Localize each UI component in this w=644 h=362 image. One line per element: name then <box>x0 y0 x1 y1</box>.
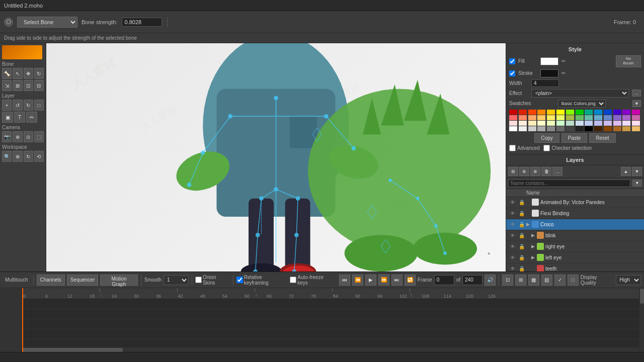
channels-btn[interactable]: Channels <box>37 275 65 286</box>
color-cell[interactable] <box>622 126 630 131</box>
color-cell[interactable] <box>632 110 640 115</box>
expand-icon[interactable]: ▶ <box>531 244 535 249</box>
color-cell[interactable] <box>528 110 536 115</box>
layer-row[interactable]: 👁 🔒 teeth <box>506 263 644 272</box>
camera-tool-2[interactable]: ⊕ <box>13 131 22 142</box>
layers-tool-2[interactable]: ⊕ <box>519 167 529 176</box>
advanced-checkbox[interactable] <box>509 145 516 151</box>
color-cell[interactable] <box>547 121 555 126</box>
width-input[interactable] <box>531 79 559 87</box>
color-cell[interactable] <box>576 115 584 120</box>
motion-graph-btn[interactable]: Motion Graph <box>100 275 137 286</box>
swatches-dropdown-btn[interactable]: ▼ <box>632 100 641 107</box>
tool-select-btn[interactable]: ⬡ <box>4 18 13 27</box>
color-cell[interactable] <box>556 110 565 115</box>
layer-lock-0[interactable]: 🔒 <box>517 198 526 207</box>
color-cell[interactable] <box>556 121 565 126</box>
layers-tool-delete[interactable]: 🗑 <box>541 167 551 176</box>
bone-add-tool[interactable]: 🦴 <box>2 68 12 79</box>
color-cell[interactable] <box>594 110 602 115</box>
layer-tool-6[interactable]: T <box>14 112 25 123</box>
workspace-tool-4[interactable]: ⟲ <box>34 151 44 162</box>
color-cell[interactable] <box>622 121 630 126</box>
color-cell[interactable] <box>509 115 517 120</box>
timeline-scrollbar-v[interactable] <box>639 288 644 352</box>
layer-row[interactable]: 👁 🔒 ▶ Croco <box>506 219 644 230</box>
timeline-scrollbar-h[interactable] <box>22 347 639 352</box>
reset-btn[interactable]: Reset <box>589 133 615 143</box>
frame-input[interactable] <box>434 275 454 285</box>
color-cell[interactable] <box>566 115 574 120</box>
play-forward-btn[interactable]: ⏩ <box>378 275 389 286</box>
layer-row[interactable]: 👁 🔒 ▶ left eye <box>506 252 644 263</box>
color-cell[interactable] <box>547 115 555 120</box>
bone-select-tool[interactable]: ↖ <box>13 68 22 79</box>
layer-visibility-1[interactable]: 👁 <box>508 209 517 218</box>
color-cell[interactable] <box>519 115 527 120</box>
view-check-btn[interactable]: ✓ <box>554 275 566 286</box>
layer-tool-1[interactable]: + <box>2 100 12 111</box>
color-cell[interactable] <box>613 126 621 131</box>
layer-tool-2[interactable]: ↺ <box>13 100 22 111</box>
color-cell[interactable] <box>519 121 527 126</box>
color-cell[interactable] <box>537 115 545 120</box>
layer-tool-5[interactable]: ▣ <box>2 112 13 123</box>
layer-lock-5[interactable]: 🔒 <box>517 253 526 262</box>
layer-lock-1[interactable]: 🔒 <box>517 209 526 218</box>
view-single-btn[interactable]: ⊡ <box>502 275 513 286</box>
canvas-area[interactable]: 人人素材 人人素材 人人素材 人人素材 人人素材 <box>46 43 506 272</box>
layers-tool-up[interactable]: ▲ <box>621 167 631 176</box>
color-cell[interactable] <box>613 110 621 115</box>
checker-checkbox-label[interactable]: Checker selection <box>543 145 591 151</box>
expand-icon[interactable]: ▶ <box>531 255 535 260</box>
layers-tool-4[interactable]: … <box>552 167 562 176</box>
fill-pencil-icon[interactable]: ✏ <box>561 58 566 64</box>
copy-btn[interactable]: Copy <box>534 133 559 143</box>
view-grid-btn[interactable]: ▦ <box>528 275 539 286</box>
layers-tool-1[interactable]: ⊞ <box>508 167 518 176</box>
layer-visibility-0[interactable]: 👁 <box>508 198 517 207</box>
display-quality-select[interactable]: High Med Low <box>616 275 641 285</box>
onion-skins-label[interactable]: Onion Skins <box>195 275 230 286</box>
color-cell[interactable] <box>566 110 574 115</box>
bone-ik-tool[interactable]: ⊟ <box>34 80 44 91</box>
color-cell[interactable] <box>537 110 545 115</box>
fill-color-swatch[interactable] <box>540 57 558 65</box>
loop-btn[interactable]: 🔁 <box>405 275 416 286</box>
swatches-file-select[interactable]: Basic Colors.png <box>558 100 606 108</box>
color-cell[interactable] <box>537 121 545 126</box>
checker-checkbox[interactable] <box>543 145 550 151</box>
stroke-color-swatch[interactable] <box>540 69 558 77</box>
color-cell[interactable] <box>547 126 555 131</box>
advanced-checkbox-label[interactable]: Advanced <box>509 145 539 151</box>
paste-btn[interactable]: Paste <box>561 133 588 143</box>
vscroll-thumb-tl[interactable] <box>640 289 644 304</box>
color-cell[interactable] <box>537 126 545 131</box>
frame-total-input[interactable] <box>462 275 482 285</box>
camera-tool-3[interactable]: ⊙ <box>24 131 33 142</box>
layers-filter-input[interactable] <box>508 179 630 187</box>
color-cell[interactable] <box>509 110 517 115</box>
bone-rotate-tool[interactable]: ↻ <box>34 68 44 79</box>
expand-icon[interactable]: ▶ <box>526 222 530 227</box>
play-btn[interactable]: ▶ <box>365 275 376 286</box>
layer-row[interactable]: 👁 🔒 ▶ right eye <box>506 241 644 252</box>
color-cell[interactable] <box>509 126 517 131</box>
color-cell[interactable] <box>576 121 584 126</box>
layer-visibility-4[interactable]: 👁 <box>508 242 517 251</box>
layer-tool-4[interactable]: □ <box>34 100 44 111</box>
layer-tool-7[interactable]: ✏ <box>26 112 37 123</box>
workspace-tool-2[interactable]: ⊕ <box>13 151 22 162</box>
layer-lock-6[interactable]: 🔒 <box>517 264 526 272</box>
color-cell[interactable] <box>604 115 612 120</box>
play-end-btn[interactable]: ⏭ <box>391 275 403 286</box>
color-cell[interactable] <box>604 110 612 115</box>
layer-visibility-5[interactable]: 👁 <box>508 253 517 262</box>
color-cell[interactable] <box>594 126 602 131</box>
bone-weight-tool[interactable]: ⊡ <box>24 80 33 91</box>
color-cell[interactable] <box>613 121 621 126</box>
color-cell[interactable] <box>566 121 574 126</box>
scrollbar-thumb[interactable] <box>22 348 123 352</box>
color-cell[interactable] <box>519 110 527 115</box>
sequencer-btn[interactable]: Sequencer <box>67 275 98 286</box>
